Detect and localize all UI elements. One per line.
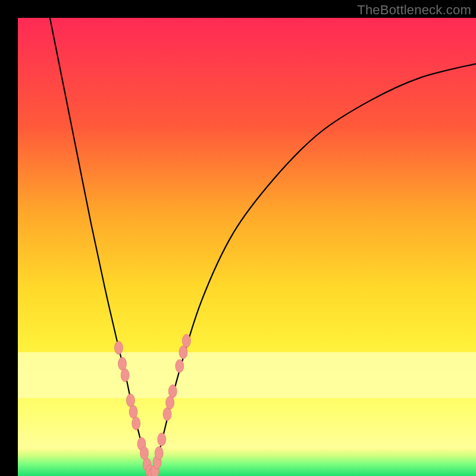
data-marker (158, 433, 166, 446)
data-marker (118, 357, 127, 370)
data-marker (132, 416, 140, 430)
data-marker (179, 346, 187, 359)
data-marker (126, 394, 134, 407)
data-marker (182, 334, 190, 347)
curve-right-branch (151, 64, 476, 476)
marker-group (114, 334, 190, 476)
curve-group (50, 18, 476, 476)
data-marker (176, 359, 184, 372)
data-marker (129, 405, 137, 418)
data-marker (140, 447, 149, 460)
chart-frame: TheBottleneck.com (0, 0, 476, 476)
data-marker (163, 408, 171, 421)
data-marker (121, 369, 129, 382)
chart-svg (18, 18, 476, 476)
data-marker (114, 341, 123, 354)
plot-area (18, 18, 476, 476)
watermark-text: TheBottleneck.com (357, 2, 471, 18)
data-marker (155, 447, 163, 460)
data-marker (168, 385, 177, 398)
data-marker (166, 396, 174, 409)
